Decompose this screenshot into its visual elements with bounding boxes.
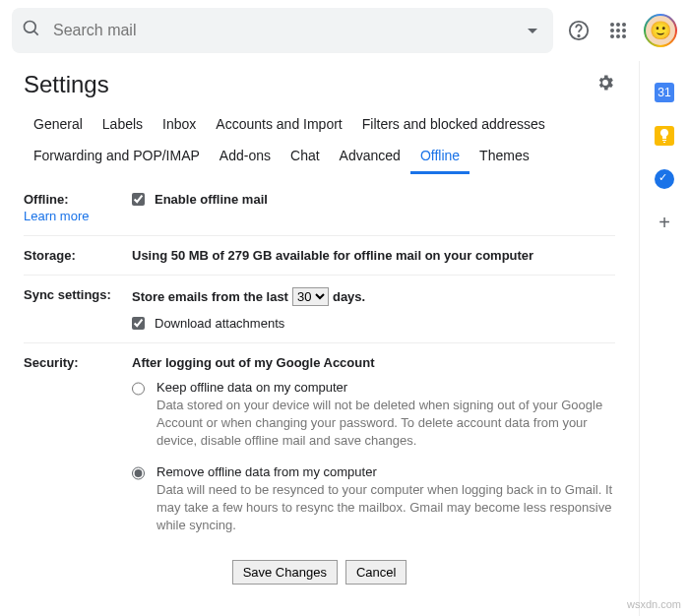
tab-advanced[interactable]: Advanced [330, 140, 410, 174]
offline-label: Offline: [24, 192, 69, 207]
side-panel: 31 + [640, 61, 689, 616]
search-input[interactable] [53, 22, 528, 39]
learn-more-link[interactable]: Learn more [24, 209, 132, 223]
remove-data-radio[interactable] [132, 466, 145, 480]
svg-point-7 [610, 29, 614, 32]
svg-point-10 [610, 34, 614, 38]
svg-point-6 [622, 23, 626, 27]
settings-tabs: GeneralLabelsInboxAccounts and ImportFil… [24, 108, 615, 174]
svg-point-8 [616, 29, 620, 32]
tab-accounts-and-import[interactable]: Accounts and Import [206, 108, 351, 140]
keep-data-desc: Data stored on your device will not be d… [157, 397, 615, 451]
download-attachments-label: Download attachments [155, 316, 284, 331]
sync-days-select[interactable]: 30 [292, 287, 329, 306]
sync-label: Sync settings: [24, 287, 132, 331]
svg-point-3 [578, 35, 579, 36]
calendar-icon[interactable]: 31 [655, 83, 674, 102]
tab-general[interactable]: General [24, 108, 93, 140]
button-row: Save Changes Cancel [24, 546, 615, 598]
tasks-icon[interactable] [655, 169, 674, 189]
cancel-button[interactable]: Cancel [345, 560, 407, 585]
keep-data-title: Keep offline data on my computer [157, 380, 615, 395]
svg-line-1 [34, 31, 38, 35]
remove-data-title: Remove offline data from my computer [157, 464, 615, 479]
enable-offline-row[interactable]: Enable offline mail [132, 192, 615, 207]
save-changes-button[interactable]: Save Changes [232, 560, 338, 585]
download-attachments-checkbox[interactable] [132, 317, 145, 330]
top-bar: 🙂 [0, 0, 689, 61]
enable-offline-checkbox[interactable] [132, 193, 145, 206]
add-addon-icon[interactable]: + [655, 213, 674, 232]
search-box[interactable] [12, 8, 553, 53]
storage-text: Using 50 MB of 279 GB available for offl… [132, 248, 615, 263]
account-avatar[interactable]: 🙂 [644, 14, 677, 47]
keep-data-radio[interactable] [132, 382, 145, 396]
svg-point-9 [622, 29, 626, 32]
svg-point-0 [25, 22, 36, 33]
sync-pre-text: Store emails from the last [132, 289, 288, 304]
tab-labels[interactable]: Labels [93, 108, 153, 140]
remove-data-desc: Data will need to be resynced to your co… [157, 481, 615, 535]
search-options-caret-icon[interactable] [528, 29, 537, 33]
storage-section: Storage: Using 50 MB of 279 GB available… [24, 236, 615, 276]
tab-chat[interactable]: Chat [281, 140, 330, 174]
sync-post-text: days. [333, 289, 365, 304]
security-label: Security: [24, 355, 132, 534]
tab-offline[interactable]: Offline [410, 140, 470, 174]
search-icon [22, 19, 41, 42]
svg-point-12 [622, 34, 626, 38]
tab-inbox[interactable]: Inbox [153, 108, 206, 140]
svg-point-11 [616, 34, 620, 38]
tab-themes[interactable]: Themes [470, 140, 539, 174]
page-title: Settings [24, 71, 109, 98]
sync-section: Sync settings: Store emails from the las… [24, 276, 615, 343]
tab-forwarding-and-pop-imap[interactable]: Forwarding and POP/IMAP [24, 140, 210, 174]
apps-grid-icon[interactable] [604, 17, 632, 44]
tab-filters-and-blocked-addresses[interactable]: Filters and blocked addresses [352, 108, 555, 140]
tab-add-ons[interactable]: Add-ons [210, 140, 281, 174]
storage-label: Storage: [24, 248, 132, 263]
enable-offline-label: Enable offline mail [155, 192, 268, 207]
gear-icon[interactable] [595, 73, 615, 96]
settings-content: Settings GeneralLabelsInboxAccounts and … [0, 61, 640, 616]
offline-section: Offline: Learn more Enable offline mail [24, 180, 615, 236]
watermark: wsxdn.com [627, 598, 681, 610]
download-attachments-row[interactable]: Download attachments [132, 316, 615, 331]
help-icon[interactable] [565, 17, 593, 44]
svg-point-5 [616, 23, 620, 27]
svg-point-4 [610, 23, 614, 27]
keep-icon[interactable] [655, 126, 674, 146]
security-section: Security: After logging out of my Google… [24, 343, 615, 546]
security-heading: After logging out of my Google Account [132, 355, 615, 370]
